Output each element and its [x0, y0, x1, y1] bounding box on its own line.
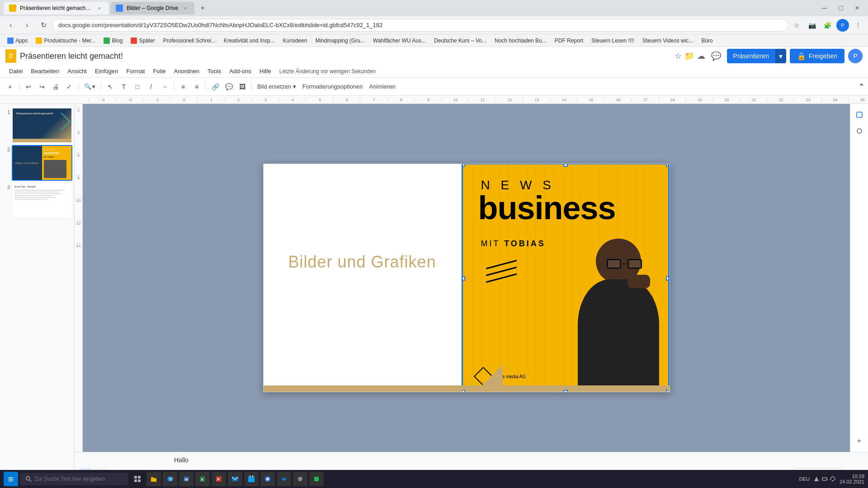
menu-folie[interactable]: Folie	[149, 66, 169, 76]
select-text-button[interactable]: T	[118, 80, 130, 93]
present-dropdown-arrow[interactable]: ▾	[775, 49, 786, 63]
bookmark-später[interactable]: Später	[127, 37, 158, 45]
menu-ansicht[interactable]: Ansicht	[64, 66, 90, 76]
handle-top-right[interactable]	[666, 164, 670, 167]
taskbar-app-mail[interactable]	[228, 472, 242, 486]
bookmark-steuern2[interactable]: Steuern Videos wic...	[639, 37, 697, 45]
redo-button[interactable]: ↪	[36, 80, 48, 93]
back-button[interactable]: ‹	[4, 18, 18, 33]
bookmark-wahlfächer[interactable]: Wahlfächer WU Aus...	[369, 37, 429, 45]
collapse-toolbar-button[interactable]: ⌃	[859, 82, 864, 91]
bookmark-pdf[interactable]: PDF Report	[551, 37, 587, 45]
reload-button[interactable]: ↻	[36, 18, 51, 33]
taskbar-app-powerpoint[interactable]: P	[212, 472, 226, 486]
extensions-icon[interactable]: 🧩	[821, 19, 834, 32]
menu-einfügen[interactable]: Einfügen	[91, 66, 122, 76]
tab-slides[interactable]: Präsentieren leicht gemacht! - C... ×	[4, 2, 108, 14]
insert-image-button[interactable]: 🖼	[236, 80, 249, 93]
bookmark-kreativität[interactable]: Kreativität und Insp...	[220, 37, 278, 45]
profile-icon[interactable]: P	[836, 19, 849, 32]
taskbar-search[interactable]	[20, 473, 128, 485]
start-button[interactable]: ⊞	[4, 472, 18, 486]
taskbar-search-input[interactable]	[34, 476, 116, 482]
taskbar-app-word[interactable]: W	[179, 472, 193, 486]
taskbar-app-store[interactable]: W	[163, 472, 177, 486]
format-options-button[interactable]: Formatierungsoptionen	[300, 82, 366, 91]
slide-3-thumbnail[interactable]: Erste Folie – Beispiel	[12, 183, 72, 218]
slide-1-thumbnail[interactable]: Präsentieren leicht gemacht! ––––	[12, 108, 72, 143]
cloud-save-icon[interactable]: ☁	[697, 51, 705, 61]
menu-tools[interactable]: Tools	[204, 66, 225, 76]
menu-anordnen[interactable]: Anordnen	[170, 66, 203, 76]
handle-bottom-center[interactable]	[563, 390, 568, 392]
bookmark-mindmapping[interactable]: Mindmapping (Gru...	[312, 37, 368, 45]
bookmark-star-icon[interactable]: ☆	[790, 19, 803, 32]
insert-comment-button[interactable]: 💬	[222, 80, 235, 93]
bookmark-hochladen[interactable]: Noch hochladen Bu...	[491, 37, 550, 45]
slide-canvas[interactable]: Bilder und Grafiken	[83, 104, 850, 452]
cursor-button[interactable]: ↖	[104, 80, 117, 93]
menu-bearbeiten[interactable]: Bearbeiten	[27, 66, 63, 76]
address-bar[interactable]: docs.google.com/presentation/d/1yV372SO5…	[52, 19, 788, 32]
zoom-dropdown[interactable]: 🔍 ▾	[81, 82, 98, 91]
document-title[interactable]: Präsentieren leicht gemacht!	[20, 52, 672, 61]
news-card[interactable]: N E W S business	[462, 164, 670, 392]
handle-top-center[interactable]	[563, 164, 568, 167]
bookmark-blog[interactable]: Blog	[100, 37, 126, 45]
handle-middle-left[interactable]	[462, 276, 465, 281]
slide-main[interactable]: Bilder und Grafiken	[263, 164, 670, 392]
bookmark-kursideen[interactable]: Kursideen	[279, 37, 311, 45]
bookmark-büro[interactable]: Büro	[698, 37, 716, 45]
taskbar-app-misc2[interactable]	[309, 472, 324, 486]
replace-image-button[interactable]: Bild ersetzen ▾	[255, 82, 299, 91]
taskbar-app-explorer[interactable]	[146, 472, 161, 486]
screenshot-icon[interactable]: 📷	[806, 19, 818, 32]
arrow-button[interactable]: →	[158, 80, 171, 93]
menu-addons[interactable]: Add-ons	[226, 66, 255, 76]
panel-objects-button[interactable]	[852, 124, 867, 138]
undo-button[interactable]: ↩	[22, 80, 35, 93]
close-button[interactable]: ×	[850, 1, 864, 15]
align-left-button[interactable]: ≡	[177, 80, 189, 93]
new-tab-button[interactable]: +	[196, 2, 209, 14]
handle-middle-right[interactable]	[666, 276, 670, 281]
minimize-button[interactable]: ─	[817, 1, 832, 15]
align-center-button[interactable]: ≡	[190, 80, 203, 93]
panel-add-button[interactable]: +	[852, 434, 867, 448]
comment-button[interactable]: 💬	[709, 49, 723, 63]
spell-check-button[interactable]: ✓	[63, 80, 75, 93]
bookmark-steuern1[interactable]: Steuern Lesen !!!!	[588, 37, 638, 45]
animate-button[interactable]: Animieren	[366, 82, 398, 91]
menu-format[interactable]: Format	[123, 66, 148, 76]
share-button[interactable]: 🔒 Freigeben	[790, 49, 844, 63]
tab-drive-close[interactable]: ×	[182, 5, 189, 12]
insert-link-button[interactable]: 🔗	[209, 80, 222, 93]
bookmark-produktsuche[interactable]: Produktsuche - Mer...	[32, 37, 99, 45]
panel-theme-button[interactable]	[852, 108, 867, 122]
user-avatar[interactable]: P	[848, 49, 863, 63]
settings-icon[interactable]: ⋮	[852, 19, 864, 32]
taskbar-app-misc1[interactable]	[293, 472, 307, 486]
menu-hilfe[interactable]: Hilfe	[256, 66, 275, 76]
taskbar-app-edge[interactable]	[277, 472, 291, 486]
taskbar-app-excel[interactable]: X	[195, 472, 210, 486]
bookmark-professionell[interactable]: Professionell Schrei...	[160, 37, 219, 45]
bookmark-deutsche[interactable]: Deutsche Kurs – Vo...	[430, 37, 490, 45]
taskbar-app-chrome[interactable]	[260, 472, 275, 486]
maximize-button[interactable]: □	[834, 1, 848, 15]
star-icon[interactable]: ☆	[675, 51, 682, 61]
bookmark-apps[interactable]: Apps	[4, 37, 31, 45]
print-button[interactable]: 🖨	[49, 80, 62, 93]
folder-icon[interactable]: 📁	[684, 51, 694, 61]
forward-button[interactable]: ›	[20, 18, 34, 33]
tab-drive[interactable]: Bilder – Google Drive ×	[110, 2, 194, 14]
line-button[interactable]: /	[145, 80, 157, 93]
slide-2-thumbnail[interactable]: Bilder und Grafiken N E W S business MIT…	[12, 145, 72, 181]
present-button[interactable]: Präsentieren	[727, 49, 775, 63]
shape-button[interactable]: □	[131, 80, 144, 93]
tab-slides-close[interactable]: ×	[96, 5, 103, 12]
taskbar-app-calendar[interactable]	[244, 472, 259, 486]
menu-datei[interactable]: Datei	[5, 66, 26, 76]
taskbar-app-taskview[interactable]	[130, 472, 145, 486]
handle-top-left[interactable]	[462, 164, 465, 167]
